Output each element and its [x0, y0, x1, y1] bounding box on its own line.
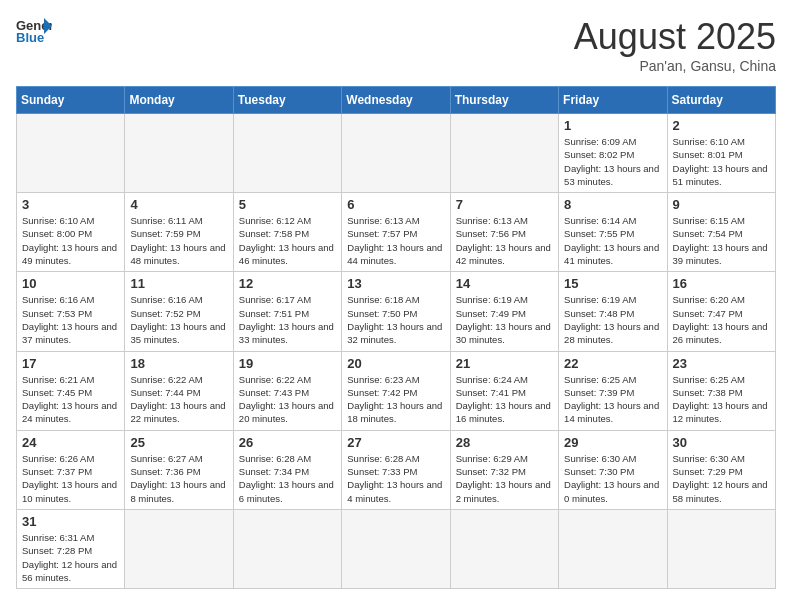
calendar-cell	[17, 114, 125, 193]
calendar-cell: 28Sunrise: 6:29 AM Sunset: 7:32 PM Dayli…	[450, 430, 558, 509]
calendar-cell: 4Sunrise: 6:11 AM Sunset: 7:59 PM Daylig…	[125, 193, 233, 272]
day-number: 14	[456, 276, 553, 291]
week-row-3: 17Sunrise: 6:21 AM Sunset: 7:45 PM Dayli…	[17, 351, 776, 430]
day-number: 6	[347, 197, 444, 212]
calendar-cell	[233, 114, 341, 193]
day-info: Sunrise: 6:18 AM Sunset: 7:50 PM Dayligh…	[347, 293, 444, 346]
calendar-cell: 2Sunrise: 6:10 AM Sunset: 8:01 PM Daylig…	[667, 114, 775, 193]
calendar-cell: 15Sunrise: 6:19 AM Sunset: 7:48 PM Dayli…	[559, 272, 667, 351]
calendar-cell	[342, 509, 450, 588]
calendar-cell: 26Sunrise: 6:28 AM Sunset: 7:34 PM Dayli…	[233, 430, 341, 509]
day-number: 31	[22, 514, 119, 529]
calendar-cell: 16Sunrise: 6:20 AM Sunset: 7:47 PM Dayli…	[667, 272, 775, 351]
calendar-cell: 24Sunrise: 6:26 AM Sunset: 7:37 PM Dayli…	[17, 430, 125, 509]
day-info: Sunrise: 6:15 AM Sunset: 7:54 PM Dayligh…	[673, 214, 770, 267]
day-info: Sunrise: 6:12 AM Sunset: 7:58 PM Dayligh…	[239, 214, 336, 267]
day-info: Sunrise: 6:25 AM Sunset: 7:38 PM Dayligh…	[673, 373, 770, 426]
day-number: 25	[130, 435, 227, 450]
day-info: Sunrise: 6:23 AM Sunset: 7:42 PM Dayligh…	[347, 373, 444, 426]
day-number: 30	[673, 435, 770, 450]
day-info: Sunrise: 6:29 AM Sunset: 7:32 PM Dayligh…	[456, 452, 553, 505]
day-number: 28	[456, 435, 553, 450]
day-number: 13	[347, 276, 444, 291]
title-block: August 2025 Pan'an, Gansu, China	[574, 16, 776, 74]
day-info: Sunrise: 6:10 AM Sunset: 8:00 PM Dayligh…	[22, 214, 119, 267]
calendar-cell	[125, 509, 233, 588]
calendar-cell	[233, 509, 341, 588]
calendar-cell: 20Sunrise: 6:23 AM Sunset: 7:42 PM Dayli…	[342, 351, 450, 430]
day-info: Sunrise: 6:24 AM Sunset: 7:41 PM Dayligh…	[456, 373, 553, 426]
day-number: 24	[22, 435, 119, 450]
calendar-cell: 1Sunrise: 6:09 AM Sunset: 8:02 PM Daylig…	[559, 114, 667, 193]
day-info: Sunrise: 6:11 AM Sunset: 7:59 PM Dayligh…	[130, 214, 227, 267]
day-header-monday: Monday	[125, 87, 233, 114]
calendar-cell: 14Sunrise: 6:19 AM Sunset: 7:49 PM Dayli…	[450, 272, 558, 351]
calendar-cell: 29Sunrise: 6:30 AM Sunset: 7:30 PM Dayli…	[559, 430, 667, 509]
calendar-cell: 10Sunrise: 6:16 AM Sunset: 7:53 PM Dayli…	[17, 272, 125, 351]
day-number: 4	[130, 197, 227, 212]
month-title: August 2025	[574, 16, 776, 58]
day-header-sunday: Sunday	[17, 87, 125, 114]
calendar-cell: 21Sunrise: 6:24 AM Sunset: 7:41 PM Dayli…	[450, 351, 558, 430]
day-number: 22	[564, 356, 661, 371]
calendar-cell: 22Sunrise: 6:25 AM Sunset: 7:39 PM Dayli…	[559, 351, 667, 430]
calendar-cell: 11Sunrise: 6:16 AM Sunset: 7:52 PM Dayli…	[125, 272, 233, 351]
day-info: Sunrise: 6:28 AM Sunset: 7:33 PM Dayligh…	[347, 452, 444, 505]
day-header-wednesday: Wednesday	[342, 87, 450, 114]
calendar-cell: 5Sunrise: 6:12 AM Sunset: 7:58 PM Daylig…	[233, 193, 341, 272]
day-number: 3	[22, 197, 119, 212]
day-number: 7	[456, 197, 553, 212]
day-number: 5	[239, 197, 336, 212]
day-info: Sunrise: 6:13 AM Sunset: 7:56 PM Dayligh…	[456, 214, 553, 267]
day-info: Sunrise: 6:26 AM Sunset: 7:37 PM Dayligh…	[22, 452, 119, 505]
header: General Blue August 2025 Pan'an, Gansu, …	[16, 16, 776, 74]
week-row-5: 31Sunrise: 6:31 AM Sunset: 7:28 PM Dayli…	[17, 509, 776, 588]
day-info: Sunrise: 6:27 AM Sunset: 7:36 PM Dayligh…	[130, 452, 227, 505]
day-info: Sunrise: 6:20 AM Sunset: 7:47 PM Dayligh…	[673, 293, 770, 346]
calendar-table: SundayMondayTuesdayWednesdayThursdayFrid…	[16, 86, 776, 589]
day-info: Sunrise: 6:19 AM Sunset: 7:49 PM Dayligh…	[456, 293, 553, 346]
day-header-thursday: Thursday	[450, 87, 558, 114]
day-number: 29	[564, 435, 661, 450]
day-info: Sunrise: 6:28 AM Sunset: 7:34 PM Dayligh…	[239, 452, 336, 505]
week-row-4: 24Sunrise: 6:26 AM Sunset: 7:37 PM Dayli…	[17, 430, 776, 509]
day-info: Sunrise: 6:10 AM Sunset: 8:01 PM Dayligh…	[673, 135, 770, 188]
calendar-cell: 9Sunrise: 6:15 AM Sunset: 7:54 PM Daylig…	[667, 193, 775, 272]
day-info: Sunrise: 6:22 AM Sunset: 7:43 PM Dayligh…	[239, 373, 336, 426]
day-info: Sunrise: 6:09 AM Sunset: 8:02 PM Dayligh…	[564, 135, 661, 188]
day-number: 1	[564, 118, 661, 133]
calendar-cell: 17Sunrise: 6:21 AM Sunset: 7:45 PM Dayli…	[17, 351, 125, 430]
day-number: 15	[564, 276, 661, 291]
day-header-saturday: Saturday	[667, 87, 775, 114]
day-info: Sunrise: 6:17 AM Sunset: 7:51 PM Dayligh…	[239, 293, 336, 346]
week-row-1: 3Sunrise: 6:10 AM Sunset: 8:00 PM Daylig…	[17, 193, 776, 272]
day-info: Sunrise: 6:30 AM Sunset: 7:30 PM Dayligh…	[564, 452, 661, 505]
day-header-friday: Friday	[559, 87, 667, 114]
subtitle: Pan'an, Gansu, China	[574, 58, 776, 74]
day-info: Sunrise: 6:31 AM Sunset: 7:28 PM Dayligh…	[22, 531, 119, 584]
calendar-cell: 18Sunrise: 6:22 AM Sunset: 7:44 PM Dayli…	[125, 351, 233, 430]
calendar-cell: 12Sunrise: 6:17 AM Sunset: 7:51 PM Dayli…	[233, 272, 341, 351]
logo-icon: General Blue	[16, 16, 52, 44]
calendar-cell	[450, 114, 558, 193]
day-info: Sunrise: 6:16 AM Sunset: 7:52 PM Dayligh…	[130, 293, 227, 346]
calendar-cell: 31Sunrise: 6:31 AM Sunset: 7:28 PM Dayli…	[17, 509, 125, 588]
day-number: 20	[347, 356, 444, 371]
day-info: Sunrise: 6:30 AM Sunset: 7:29 PM Dayligh…	[673, 452, 770, 505]
calendar-body: 1Sunrise: 6:09 AM Sunset: 8:02 PM Daylig…	[17, 114, 776, 589]
day-header-tuesday: Tuesday	[233, 87, 341, 114]
calendar-cell: 23Sunrise: 6:25 AM Sunset: 7:38 PM Dayli…	[667, 351, 775, 430]
day-number: 19	[239, 356, 336, 371]
calendar-cell: 7Sunrise: 6:13 AM Sunset: 7:56 PM Daylig…	[450, 193, 558, 272]
day-number: 16	[673, 276, 770, 291]
calendar-cell	[125, 114, 233, 193]
calendar-cell	[450, 509, 558, 588]
calendar-cell: 6Sunrise: 6:13 AM Sunset: 7:57 PM Daylig…	[342, 193, 450, 272]
day-number: 12	[239, 276, 336, 291]
day-number: 17	[22, 356, 119, 371]
calendar-cell: 25Sunrise: 6:27 AM Sunset: 7:36 PM Dayli…	[125, 430, 233, 509]
day-number: 11	[130, 276, 227, 291]
day-number: 9	[673, 197, 770, 212]
day-info: Sunrise: 6:14 AM Sunset: 7:55 PM Dayligh…	[564, 214, 661, 267]
week-row-0: 1Sunrise: 6:09 AM Sunset: 8:02 PM Daylig…	[17, 114, 776, 193]
